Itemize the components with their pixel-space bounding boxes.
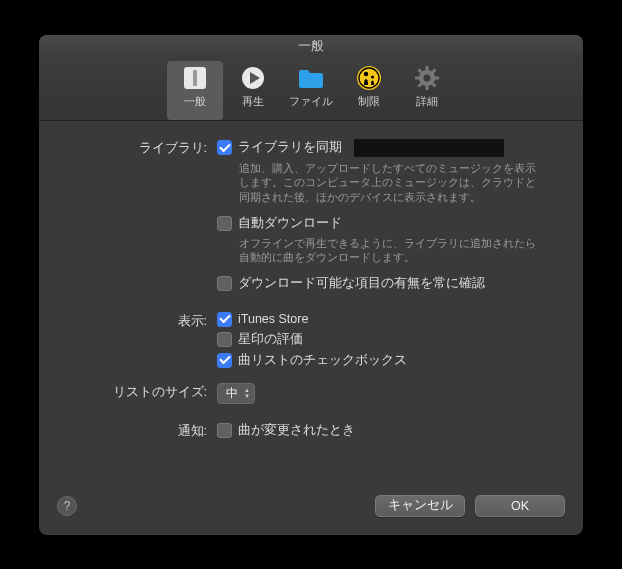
help-button[interactable]: ? (57, 496, 77, 516)
listsize-value: 中 (226, 385, 238, 402)
content-area: ライブラリ: ライブラリを同期 追加、購入、アップロードしたすべてのミュージック… (39, 121, 583, 487)
song-changed-label: 曲が変更されたとき (238, 422, 355, 439)
tab-restrictions-label: 制限 (358, 95, 380, 109)
library-section-label: ライブラリ: (69, 139, 217, 157)
songlist-checkbox-checkbox[interactable] (217, 353, 232, 368)
check-downloads-checkbox[interactable] (217, 276, 232, 291)
gear-icon (412, 63, 442, 93)
display-section-label: 表示: (69, 312, 217, 330)
song-changed-checkbox[interactable] (217, 423, 232, 438)
sync-library-label: ライブラリを同期 (238, 139, 342, 156)
auto-download-label: 自動ダウンロード (238, 215, 342, 232)
listsize-section-label: リストのサイズ: (69, 383, 217, 401)
sync-library-account-field (354, 139, 504, 157)
svg-rect-12 (434, 76, 439, 79)
star-rating-label: 星印の評価 (238, 331, 303, 348)
cancel-button-label: キャンセル (388, 497, 453, 514)
chevron-updown-icon: ▲▼ (244, 387, 250, 399)
cancel-button[interactable]: キャンセル (375, 495, 465, 517)
tab-restrictions[interactable]: 制限 (341, 61, 397, 120)
svg-rect-1 (193, 70, 197, 86)
tab-playback-label: 再生 (242, 95, 264, 109)
preferences-window: 一般 一般 再生 ファイル 制限 (39, 35, 583, 535)
parental-icon (354, 63, 384, 93)
svg-point-4 (357, 66, 381, 90)
itunes-store-label: iTunes Store (238, 312, 308, 326)
sync-library-description: 追加、購入、アップロードしたすべてのミュージックを表示します。このコンピュータ上… (239, 161, 539, 205)
auto-download-checkbox[interactable] (217, 216, 232, 231)
play-icon (238, 63, 268, 93)
tab-advanced-label: 詳細 (416, 95, 438, 109)
ok-button-label: OK (511, 499, 529, 513)
star-rating-checkbox[interactable] (217, 332, 232, 347)
check-downloads-label: ダウンロード可能な項目の有無を常に確認 (238, 275, 485, 292)
folder-icon (296, 63, 326, 93)
svg-rect-9 (426, 66, 429, 71)
sync-library-checkbox[interactable] (217, 140, 232, 155)
tab-files[interactable]: ファイル (283, 61, 339, 120)
tab-files-label: ファイル (289, 95, 333, 109)
tab-playback[interactable]: 再生 (225, 61, 281, 120)
tab-general[interactable]: 一般 (167, 61, 223, 120)
svg-point-6 (364, 71, 368, 75)
svg-point-7 (371, 75, 374, 78)
svg-point-17 (424, 74, 431, 81)
svg-rect-11 (415, 76, 420, 79)
window-titlebar: 一般 (39, 35, 583, 57)
window-title: 一般 (298, 37, 324, 55)
tab-advanced[interactable]: 詳細 (399, 61, 455, 120)
footer: ? キャンセル OK (39, 487, 583, 535)
tab-general-label: 一般 (184, 95, 206, 109)
svg-rect-10 (426, 85, 429, 90)
general-icon (180, 63, 210, 93)
help-icon: ? (64, 499, 71, 513)
notify-section-label: 通知: (69, 422, 217, 440)
listsize-select[interactable]: 中 ▲▼ (217, 383, 255, 404)
preferences-toolbar: 一般 再生 ファイル 制限 詳細 (39, 57, 583, 121)
songlist-checkbox-label: 曲リストのチェックボックス (238, 352, 407, 369)
ok-button[interactable]: OK (475, 495, 565, 517)
itunes-store-checkbox[interactable] (217, 312, 232, 327)
auto-download-description: オフラインで再生できるように、ライブラリに追加されたら自動的に曲をダウンロードし… (239, 236, 539, 265)
